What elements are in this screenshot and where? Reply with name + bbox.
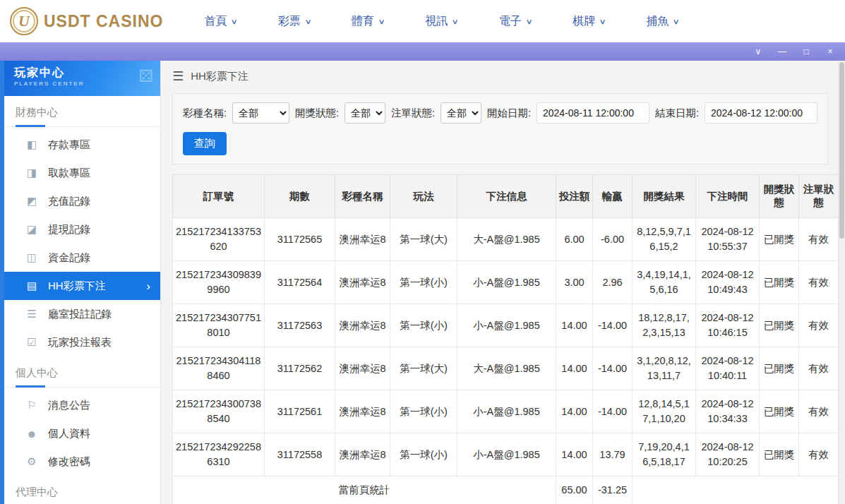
cell-bet-amount: 14.00 xyxy=(556,304,593,347)
scrollbar-thumb[interactable] xyxy=(839,62,844,239)
collapse-window-button[interactable]: ∨ xyxy=(753,47,763,56)
nav-item-lottery[interactable]: 彩票∨ xyxy=(278,14,311,29)
cell-bet-time: 2024-08-12 10:34:33 xyxy=(696,390,760,433)
end-date-input[interactable] xyxy=(705,102,817,124)
minimize-window-button[interactable]: — xyxy=(777,47,787,56)
sidebar-item-label: 提現記錄 xyxy=(48,223,90,236)
sidebar-item-player-bet-report[interactable]: ☑玩家投注報表 xyxy=(4,328,160,356)
sidebar-menu: 財務中心◧存款專區◨取款專區◩充值記錄◪提現記錄◫資金記錄▤HH彩票下注›☰廳室… xyxy=(4,96,160,504)
summary-row: 當前頁統計65.00-31.25 xyxy=(173,476,839,504)
cell-play-type: 第一球(大) xyxy=(390,218,457,261)
cell-bet-time: 2024-08-12 10:20:25 xyxy=(696,433,760,476)
site-logo[interactable]: U USDT CASINO xyxy=(10,7,163,35)
cell-order-id: 215217234133753620 xyxy=(173,218,265,261)
sidebar: 玩家中心 PLAYERS CENTER ⚄ 財務中心◧存款專區◨取款專區◩充值記… xyxy=(4,61,161,504)
withdrawal-record-icon: ◪ xyxy=(25,223,38,236)
sidebar-item-funds-record[interactable]: ◫資金記錄 xyxy=(4,244,160,272)
cell-bet-time: 2024-08-12 10:55:37 xyxy=(696,218,760,261)
sidebar-item-label: 消息公告 xyxy=(48,399,90,412)
dice-decoration-icon: ⚄ xyxy=(138,66,153,86)
announcements-icon: ⚐ xyxy=(25,399,38,412)
sidebar-item-room-bet-records[interactable]: ☰廳室投註記錄 xyxy=(4,300,160,328)
cell-order-id: 2152172342922586310 xyxy=(173,433,265,476)
cell-bet-status: 有效 xyxy=(799,304,839,347)
cell-bet-status: 有效 xyxy=(799,347,839,390)
chevron-down-icon: ∨ xyxy=(599,18,606,25)
profile-icon: ☻ xyxy=(25,428,38,440)
hamburger-menu-icon[interactable]: ☰ xyxy=(172,68,184,84)
cell-lottery-name: 澳洲幸运8 xyxy=(335,433,390,476)
sidebar-item-announcements[interactable]: ⚐消息公告 xyxy=(4,391,160,419)
room-bet-records-icon: ☰ xyxy=(25,308,38,320)
sidebar-item-profile[interactable]: ☻個人資料 xyxy=(4,419,160,448)
sidebar-item-recharge-record[interactable]: ◩充值記錄 xyxy=(4,187,160,215)
sidebar-item-label: 取款專區 xyxy=(48,167,90,180)
filter-panel: 彩種名稱: 全部 開獎狀態: 全部 注單狀態: 全部 開始日期: 結束日期: 查… xyxy=(172,93,828,164)
cell-lottery-name: 澳洲幸运8 xyxy=(335,347,390,390)
sidebar-item-label: HH彩票下注 xyxy=(48,280,106,293)
sidebar-item-hh-lottery-bets[interactable]: ▤HH彩票下注› xyxy=(4,272,160,300)
cell-bet-status: 有效 xyxy=(799,390,839,433)
col-header-bet-status: 注單狀態 xyxy=(799,175,839,218)
col-header-bet-info: 下注信息 xyxy=(457,175,556,218)
nav-item-sports[interactable]: 體育∨ xyxy=(352,14,384,29)
nav-item-slots[interactable]: 電子∨ xyxy=(499,14,532,29)
sidebar-item-label: 廳室投註記錄 xyxy=(48,308,112,321)
cell-bet-info: 大-A盤@1.985 xyxy=(457,218,556,261)
chevron-down-icon: ∨ xyxy=(452,18,459,25)
page-title: HH彩票下注 xyxy=(191,70,248,83)
cell-lottery-name: 澳洲幸运8 xyxy=(335,261,390,304)
vertical-scrollbar[interactable] xyxy=(838,61,845,504)
cell-win-loss: -14.00 xyxy=(593,390,633,433)
sidebar-section-title: 代理中心 xyxy=(4,476,160,504)
bet-status-select[interactable]: 全部 xyxy=(441,102,481,124)
sidebar-item-label: 充值記錄 xyxy=(48,195,90,208)
sidebar-item-deposit[interactable]: ◧存款專區 xyxy=(4,131,160,159)
col-header-lottery-name: 彩種名稱 xyxy=(335,175,390,218)
nav-item-label: 捕魚 xyxy=(646,14,669,29)
main-content: ☰ HH彩票下注 彩種名稱: 全部 開獎狀態: 全部 注單狀態: 全部 開始日期… xyxy=(161,61,845,504)
nav-item-label: 視訊 xyxy=(425,14,448,29)
cell-draw-result: 7,19,20,4,16,5,18,17 xyxy=(633,433,696,476)
start-date-input[interactable] xyxy=(537,102,649,124)
search-button[interactable]: 查詢 xyxy=(183,132,227,155)
cell-bet-amount: 14.00 xyxy=(556,433,593,476)
draw-status-select[interactable]: 全部 xyxy=(344,102,385,124)
maximize-window-button[interactable]: □ xyxy=(801,47,811,56)
hh-lottery-bets-icon: ▤ xyxy=(25,280,38,292)
sidebar-item-label: 玩家投注報表 xyxy=(48,336,112,349)
summary-winloss-total: -31.25 xyxy=(593,476,633,504)
cell-draw-status: 已開獎 xyxy=(760,390,799,433)
cell-draw-result: 3,1,20,8,12,13,11,7 xyxy=(633,347,696,390)
start-date-label: 開始日期: xyxy=(487,107,531,120)
nav-item-live[interactable]: 視訊∨ xyxy=(425,14,457,29)
cell-period: 31172564 xyxy=(265,261,335,304)
cell-draw-status: 已開獎 xyxy=(760,218,799,261)
sidebar-item-withdrawal-record[interactable]: ◪提現記錄 xyxy=(4,215,160,244)
cell-bet-amount: 3.00 xyxy=(556,261,593,304)
chevron-down-icon: ∨ xyxy=(525,18,532,25)
table-row: 215217234309839996031172564澳洲幸运8第一球(小)小-… xyxy=(173,261,839,304)
cell-draw-status: 已開獎 xyxy=(760,433,799,476)
nav-item-cards[interactable]: 棋牌∨ xyxy=(573,14,605,29)
nav-item-home[interactable]: 首頁∨ xyxy=(204,14,236,29)
cell-period: 31172558 xyxy=(265,433,335,476)
cell-draw-result: 18,12,8,17,2,3,15,13 xyxy=(633,304,696,347)
sidebar-item-label: 修改密碼 xyxy=(48,455,90,469)
nav-item-fishing[interactable]: 捕魚∨ xyxy=(646,14,678,29)
cell-lottery-name: 澳洲幸运8 xyxy=(335,218,390,261)
cell-period: 31172565 xyxy=(265,218,335,261)
cell-play-type: 第一球(大) xyxy=(390,347,457,390)
lottery-name-select[interactable]: 全部 xyxy=(232,102,289,124)
sidebar-section-title: 財務中心 xyxy=(4,96,160,127)
top-nav: 首頁∨彩票∨體育∨視訊∨電子∨棋牌∨捕魚∨ xyxy=(204,14,678,29)
window-body: 玩家中心 PLAYERS CENTER ⚄ 財務中心◧存款專區◨取款專區◩充值記… xyxy=(0,61,845,504)
logo-text: USDT CASINO xyxy=(44,12,163,31)
cell-bet-info: 大-A盤@1.985 xyxy=(457,347,556,390)
cell-order-id: 2152172343041188460 xyxy=(173,347,265,390)
sidebar-item-withdraw[interactable]: ◨取款專區 xyxy=(4,159,160,187)
sidebar-item-change-password[interactable]: ⚙修改密碼 xyxy=(4,448,160,476)
funds-record-icon: ◫ xyxy=(25,251,38,264)
cell-win-loss: -14.00 xyxy=(593,304,633,347)
close-window-button[interactable]: × xyxy=(825,47,835,56)
